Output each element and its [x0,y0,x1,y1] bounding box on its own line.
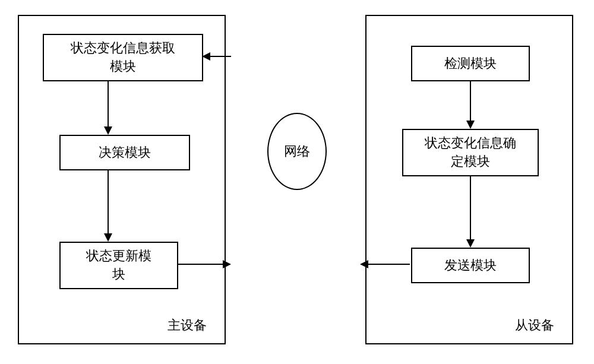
arrow-line [177,264,223,265]
arrow-head [360,260,368,268]
master-device-label: 主设备 [168,316,207,334]
arrow-line [368,264,410,265]
slave-device-label: 从设备 [515,316,554,334]
arrow-line [470,81,471,121]
arrow-line [108,81,109,126]
arrow-line [470,176,471,239]
arrow-head [202,52,210,61]
module-label: 决策模块 [99,144,151,162]
state-update-module: 状态更新模块 [59,242,178,289]
module-label: 状态更新模块 [86,247,151,284]
arrow-head [466,121,475,129]
module-label: 状态变化信息获取模块 [71,39,175,76]
module-label: 发送模块 [444,257,497,275]
module-label: 状态变化信息确定模块 [425,134,516,171]
network-ellipse: 网络 [267,113,327,190]
decision-module: 决策模块 [59,135,190,170]
detection-module: 检测模块 [411,46,530,81]
slave-device-container: 检测模块 状态变化信息确定模块 发送模块 从设备 [365,15,573,344]
arrow-head [104,126,112,135]
network-label: 网络 [284,143,310,160]
send-module: 发送模块 [411,248,530,283]
state-change-determine-module: 状态变化信息确定模块 [402,129,539,176]
arrow-head [466,239,475,248]
arrow-line [210,56,231,57]
module-label: 检测模块 [444,55,497,73]
master-device-container: 状态变化信息获取模块 决策模块 状态更新模块 主设备 [18,15,226,344]
arrow-line [108,170,109,233]
arrow-head [104,233,112,242]
state-change-acquisition-module: 状态变化信息获取模块 [43,34,203,81]
arrow-head [223,260,231,268]
